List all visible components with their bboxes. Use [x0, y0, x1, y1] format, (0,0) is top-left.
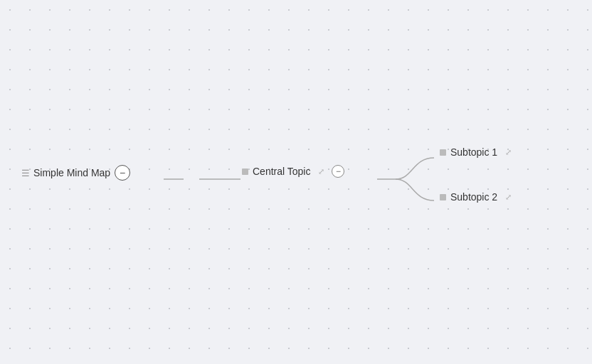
subtopic2-resize-icon[interactable]: ⤢: [502, 191, 514, 203]
central-collapse-button[interactable]: [332, 165, 344, 178]
subtopic1-node: Subtopic 1 ⤢: [440, 146, 514, 159]
central-resize-icon[interactable]: ⤢: [314, 165, 327, 178]
root-node: ☰ Simple Mind Map: [21, 165, 130, 181]
mind-map-canvas: ☰ Simple Mind Map Central Topic ⤢ Subtop…: [0, 0, 592, 364]
subtopic1-square: [440, 149, 446, 156]
subtopic1-label: Subtopic 1: [450, 146, 497, 158]
central-node-label: Central Topic: [253, 166, 310, 177]
central-node: Central Topic ⤢: [242, 165, 344, 178]
list-icon: ☰: [21, 168, 30, 178]
root-node-label: Simple Mind Map: [33, 167, 110, 178]
root-collapse-button[interactable]: [115, 165, 130, 181]
central-node-square: [242, 168, 248, 175]
subtopic2-label: Subtopic 2: [450, 191, 497, 203]
subtopic2-node: Subtopic 2 ⤢: [440, 191, 514, 203]
connection-lines: [0, 0, 592, 364]
subtopic2-square: [440, 194, 446, 200]
subtopic1-resize-icon[interactable]: ⤢: [502, 146, 514, 159]
